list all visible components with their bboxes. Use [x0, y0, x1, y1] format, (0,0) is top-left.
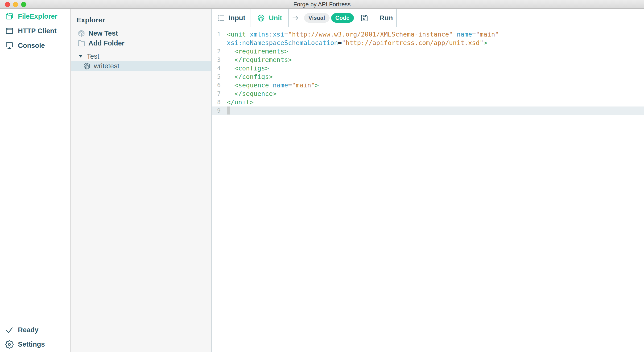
code-line-3[interactable]: 3 </requirements>	[212, 56, 644, 64]
visual-toggle-label: Visual	[308, 14, 325, 21]
tree-item-label: writetest	[94, 62, 119, 70]
explorer-panel: Explorer New Test Add Folder	[71, 9, 212, 352]
line-number: 1	[212, 30, 227, 47]
visual-toggle-button[interactable]: Visual	[304, 13, 330, 23]
window-title: Forge by API Fortress	[293, 1, 350, 8]
run-button[interactable]: Run	[357, 9, 397, 27]
code-text[interactable]: </requirements>	[227, 56, 644, 64]
input-tab-label: Input	[229, 14, 246, 22]
code-text[interactable]: </unit>	[227, 98, 644, 106]
line-number: 5	[212, 72, 227, 81]
sidebar-item-file-explorer[interactable]: FileExplorer	[0, 9, 70, 23]
code-line-5[interactable]: 5 </configs>	[212, 72, 644, 81]
browser-window-icon	[5, 27, 14, 35]
code-line-4[interactable]: 4 <configs>	[212, 64, 644, 72]
sidebar-item-label: Settings	[18, 341, 45, 348]
sidebar-footer: Ready Settings	[0, 323, 70, 352]
minimize-button[interactable]	[13, 2, 18, 7]
folder-icon	[78, 39, 85, 47]
status-label: Ready	[18, 326, 38, 334]
code-text[interactable]: <requirements>	[227, 47, 644, 56]
line-number: 9	[212, 106, 227, 115]
code-line-6[interactable]: 6 <sequence name="main">	[212, 81, 644, 89]
unit-tab[interactable]: Unit	[251, 9, 289, 27]
code-text[interactable]: </sequence>	[227, 89, 644, 98]
line-number: 2	[212, 47, 227, 56]
code-text[interactable]: </configs>	[227, 72, 644, 81]
check-icon	[5, 326, 14, 334]
unit-cube-icon	[83, 62, 90, 70]
add-folder-label: Add Folder	[88, 39, 124, 47]
line-number: 3	[212, 56, 227, 64]
zoom-button[interactable]	[21, 2, 26, 7]
status-ready[interactable]: Ready	[0, 323, 70, 337]
code-line-1[interactable]: 1<unit xmlns:xsi="http://www.w3.org/2001…	[212, 30, 644, 47]
explorer-actions: New Test Add Folder	[71, 28, 211, 48]
code-text[interactable]	[227, 106, 644, 115]
file-tree: Test writetest	[71, 52, 211, 71]
line-number: 6	[212, 81, 227, 89]
sidebar-item-label: HTTP Client	[18, 27, 56, 35]
input-tab[interactable]: Input	[212, 9, 251, 27]
sidebar-item-http-client[interactable]: HTTP Client	[0, 23, 70, 38]
sidebar-nav: FileExplorer HTTP Client Console	[0, 9, 70, 53]
unit-cube-icon	[257, 14, 265, 22]
line-number: 8	[212, 98, 227, 106]
run-button-label: Run	[380, 14, 393, 22]
new-test-label: New Test	[88, 29, 118, 37]
titlebar: Forge by API Fortress	[0, 0, 644, 9]
line-number: 4	[212, 64, 227, 72]
code-line-9[interactable]: 9	[212, 106, 644, 115]
sidebar-item-settings[interactable]: Settings	[0, 337, 70, 352]
code-text[interactable]: <sequence name="main">	[227, 81, 644, 89]
app-body: FileExplorer HTTP Client Console	[0, 9, 644, 352]
tree-folder-test[interactable]: Test	[71, 52, 211, 61]
text-cursor	[227, 106, 230, 114]
editor-toolbar: Input Unit Visual	[212, 9, 644, 27]
new-test-button[interactable]: New Test	[71, 28, 211, 38]
sidebar-item-console[interactable]: Console	[0, 38, 70, 53]
folders-icon	[5, 12, 14, 20]
save-icon[interactable]	[360, 14, 368, 22]
explorer-panel-title: Explorer	[76, 15, 211, 24]
tree-folder-label: Test	[87, 52, 99, 60]
close-button[interactable]	[5, 2, 10, 7]
code-editor[interactable]: 1<unit xmlns:xsi="http://www.w3.org/2001…	[212, 27, 644, 352]
sidebar-item-label: FileExplorer	[18, 12, 58, 20]
tree-item-writetest[interactable]: writetest	[71, 61, 211, 71]
arrow-right-icon	[292, 14, 299, 21]
code-line-8[interactable]: 8</unit>	[212, 98, 644, 106]
unit-cube-icon	[78, 30, 85, 37]
gear-icon	[5, 340, 14, 349]
code-text[interactable]: <configs>	[227, 64, 644, 72]
unit-tab-label: Unit	[269, 14, 282, 22]
line-number: 7	[212, 89, 227, 98]
editor-area: Input Unit Visual	[212, 9, 644, 352]
code-lines: 1<unit xmlns:xsi="http://www.w3.org/2001…	[212, 30, 644, 115]
code-toggle-button[interactable]: Code	[331, 13, 354, 23]
add-folder-button[interactable]: Add Folder	[71, 38, 211, 48]
view-toggle: Visual Code	[289, 9, 357, 27]
sidebar: FileExplorer HTTP Client Console	[0, 9, 71, 352]
code-line-7[interactable]: 7 </sequence>	[212, 89, 644, 98]
caret-down-icon[interactable]	[79, 55, 82, 58]
code-toggle-label: Code	[336, 14, 350, 21]
monitor-icon	[5, 41, 14, 50]
code-text[interactable]: <unit xmlns:xsi="http://www.w3.org/2001/…	[227, 30, 644, 47]
sidebar-item-label: Console	[18, 42, 45, 49]
code-line-2[interactable]: 2 <requirements>	[212, 47, 644, 56]
window-controls	[5, 2, 26, 7]
list-icon	[217, 14, 225, 22]
